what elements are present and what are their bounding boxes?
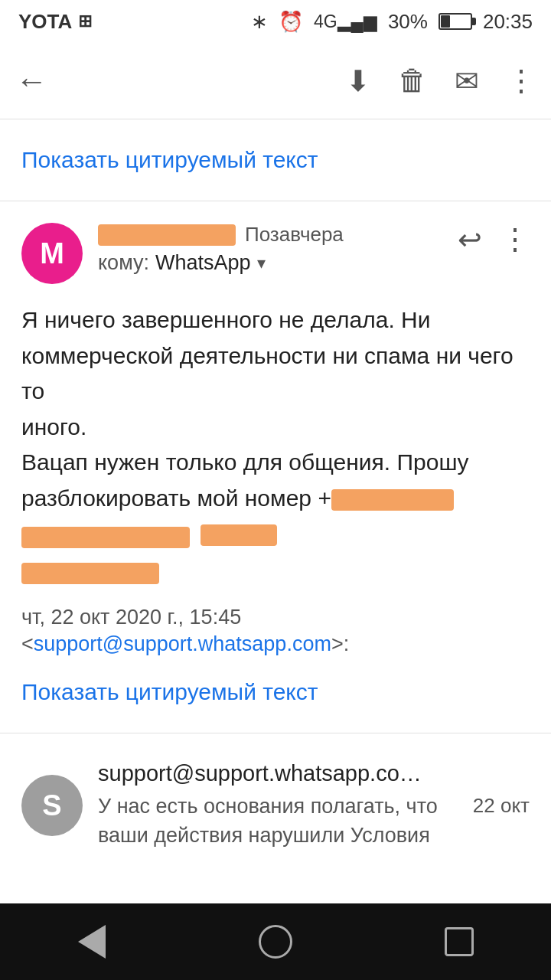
body-line-3: иного. — [21, 414, 86, 439]
toolbar-actions: ⬇ 🗑 ✉ ⋮ — [346, 64, 536, 98]
email-meta-date: чт, 22 окт 2020 г., 15:45 — [21, 606, 530, 629]
battery-percentage: 30% — [388, 10, 428, 34]
sender-row: Позавчера — [98, 223, 442, 247]
carrier-info: YOTA ⊞ — [18, 10, 92, 34]
home-circle-icon — [259, 925, 292, 959]
message-actions: ↩ ⋮ — [458, 223, 530, 256]
phone-redacted — [331, 489, 454, 511]
archive-button[interactable]: ⬇ — [346, 64, 370, 98]
email-thread: Показать цитируемый текст M Позавчера ко… — [0, 119, 551, 955]
name-redacted-2 — [201, 524, 277, 546]
summary-info: support@support.whatsapp.co… У нас есть … — [98, 761, 458, 851]
summary-avatar: S — [21, 775, 83, 836]
back-triangle-icon — [78, 925, 106, 959]
show-quoted-text-link-1[interactable]: Показать цитируемый текст — [21, 147, 318, 172]
more-options-button[interactable]: ⋮ — [507, 64, 536, 98]
nav-back-button[interactable] — [61, 911, 122, 972]
email-message: M Позавчера кому: WhatsApp ▾ ↩ ⋮ Я ничег… — [0, 201, 551, 733]
nav-home-button[interactable] — [245, 911, 306, 972]
recipient-row: кому: WhatsApp ▾ — [98, 251, 442, 275]
status-bar: YOTA ⊞ ∗ ⏰ 4G▂▄▆ 30% 20:35 — [0, 0, 551, 43]
email-meta-from: <support@support.whatsapp.com>: — [21, 632, 530, 656]
recipient-name: WhatsApp — [155, 251, 251, 275]
recipient-dropdown-icon[interactable]: ▾ — [257, 253, 266, 273]
nav-recents-button[interactable] — [429, 911, 490, 972]
message-more-button[interactable]: ⋮ — [500, 223, 530, 256]
navigation-bar — [0, 903, 551, 980]
preview-line-1: У нас есть основания полагать, что — [98, 795, 438, 818]
signal-icon: 4G▂▄▆ — [314, 11, 377, 32]
email-header: M Позавчера кому: WhatsApp ▾ ↩ ⋮ — [21, 223, 530, 284]
recents-square-icon — [445, 927, 474, 956]
email-date: Позавчера — [245, 223, 344, 247]
email-toolbar: ← ⬇ 🗑 ✉ ⋮ — [0, 43, 551, 119]
carrier-label: YOTA — [18, 10, 72, 34]
body-line-4: Вацап нужен только для общения. Прошу — [21, 449, 468, 475]
sim-icon: ⊞ — [78, 11, 92, 31]
first-quoted-section: Показать цитируемый текст — [0, 119, 551, 201]
summary-sender: support@support.whatsapp.co… — [98, 761, 458, 786]
reply-button[interactable]: ↩ — [458, 223, 482, 256]
support-email-link[interactable]: support@support.whatsapp.com — [34, 632, 331, 655]
name-redacted-1 — [21, 527, 190, 548]
back-button[interactable]: ← — [15, 63, 47, 100]
sender-info: Позавчера кому: WhatsApp ▾ — [98, 223, 442, 275]
body-line-5: разблокировать мой номер + — [21, 485, 331, 511]
summary-preview: У нас есть основания полагать, что ваши … — [98, 792, 458, 851]
preview-line-2: ваши действия нарушили Условия — [98, 824, 430, 847]
mail-button[interactable]: ✉ — [455, 64, 479, 98]
second-quoted-section: Показать цитируемый текст — [21, 679, 530, 705]
show-quoted-text-link-2[interactable]: Показать цитируемый текст — [21, 679, 318, 704]
sender-name-redacted — [98, 224, 236, 246]
sig-redacted — [21, 563, 159, 584]
time-label: 20:35 — [483, 10, 533, 34]
body-line-1: Я ничего завершенного не делала. Ни — [21, 307, 430, 332]
avatar: M — [21, 223, 83, 284]
delete-button[interactable]: 🗑 — [398, 64, 427, 97]
summary-card[interactable]: S support@support.whatsapp.co… У нас ест… — [0, 733, 551, 878]
alarm-icon: ⏰ — [279, 10, 303, 34]
email-body: Я ничего завершенного не делала. Ни комм… — [21, 302, 530, 587]
battery-icon — [439, 13, 472, 30]
body-line-2: коммерческой деятельности ни спама ни че… — [21, 343, 514, 404]
recipient-label: кому: — [98, 251, 149, 275]
status-icons: ∗ ⏰ 4G▂▄▆ 30% 20:35 — [251, 10, 533, 34]
bluetooth-icon: ∗ — [251, 10, 268, 34]
summary-date: 22 окт — [473, 794, 530, 818]
